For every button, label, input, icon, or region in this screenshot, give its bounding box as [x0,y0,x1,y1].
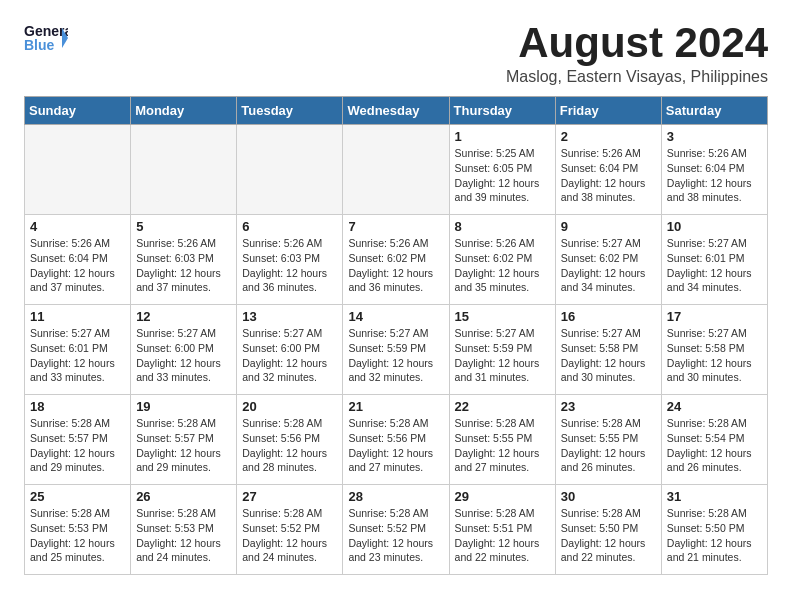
table-row: 27Sunrise: 5:28 AM Sunset: 5:52 PM Dayli… [237,485,343,575]
page: General Blue August 2024 Maslog, Eastern… [0,0,792,595]
day-info: Sunrise: 5:28 AM Sunset: 5:54 PM Dayligh… [667,416,762,475]
calendar-week-5: 25Sunrise: 5:28 AM Sunset: 5:53 PM Dayli… [25,485,768,575]
day-number: 9 [561,219,656,234]
day-number: 13 [242,309,337,324]
day-number: 21 [348,399,443,414]
day-number: 28 [348,489,443,504]
day-info: Sunrise: 5:26 AM Sunset: 6:02 PM Dayligh… [348,236,443,295]
day-number: 8 [455,219,550,234]
day-info: Sunrise: 5:27 AM Sunset: 5:59 PM Dayligh… [348,326,443,385]
table-row: 15Sunrise: 5:27 AM Sunset: 5:59 PM Dayli… [449,305,555,395]
calendar-week-2: 4Sunrise: 5:26 AM Sunset: 6:04 PM Daylig… [25,215,768,305]
day-info: Sunrise: 5:28 AM Sunset: 5:52 PM Dayligh… [348,506,443,565]
day-number: 18 [30,399,125,414]
table-row: 9Sunrise: 5:27 AM Sunset: 6:02 PM Daylig… [555,215,661,305]
table-row: 20Sunrise: 5:28 AM Sunset: 5:56 PM Dayli… [237,395,343,485]
col-saturday: Saturday [661,97,767,125]
calendar-week-1: 1Sunrise: 5:25 AM Sunset: 6:05 PM Daylig… [25,125,768,215]
table-row: 14Sunrise: 5:27 AM Sunset: 5:59 PM Dayli… [343,305,449,395]
day-number: 12 [136,309,231,324]
day-number: 16 [561,309,656,324]
day-number: 26 [136,489,231,504]
day-info: Sunrise: 5:28 AM Sunset: 5:55 PM Dayligh… [561,416,656,475]
day-number: 17 [667,309,762,324]
table-row: 5Sunrise: 5:26 AM Sunset: 6:03 PM Daylig… [131,215,237,305]
calendar-table: Sunday Monday Tuesday Wednesday Thursday… [24,96,768,575]
day-info: Sunrise: 5:28 AM Sunset: 5:57 PM Dayligh… [136,416,231,475]
table-row [131,125,237,215]
day-info: Sunrise: 5:28 AM Sunset: 5:56 PM Dayligh… [242,416,337,475]
table-row: 24Sunrise: 5:28 AM Sunset: 5:54 PM Dayli… [661,395,767,485]
day-number: 5 [136,219,231,234]
col-friday: Friday [555,97,661,125]
day-info: Sunrise: 5:27 AM Sunset: 5:58 PM Dayligh… [561,326,656,385]
table-row: 7Sunrise: 5:26 AM Sunset: 6:02 PM Daylig… [343,215,449,305]
day-number: 24 [667,399,762,414]
day-number: 19 [136,399,231,414]
calendar-week-4: 18Sunrise: 5:28 AM Sunset: 5:57 PM Dayli… [25,395,768,485]
table-row: 8Sunrise: 5:26 AM Sunset: 6:02 PM Daylig… [449,215,555,305]
day-number: 23 [561,399,656,414]
table-row: 1Sunrise: 5:25 AM Sunset: 6:05 PM Daylig… [449,125,555,215]
table-row: 4Sunrise: 5:26 AM Sunset: 6:04 PM Daylig… [25,215,131,305]
logo: General Blue [24,20,68,56]
logo-icon: General Blue [24,20,68,56]
calendar-week-3: 11Sunrise: 5:27 AM Sunset: 6:01 PM Dayli… [25,305,768,395]
day-info: Sunrise: 5:27 AM Sunset: 5:58 PM Dayligh… [667,326,762,385]
day-info: Sunrise: 5:27 AM Sunset: 6:01 PM Dayligh… [30,326,125,385]
day-number: 2 [561,129,656,144]
calendar-header: Sunday Monday Tuesday Wednesday Thursday… [25,97,768,125]
day-info: Sunrise: 5:27 AM Sunset: 6:01 PM Dayligh… [667,236,762,295]
day-info: Sunrise: 5:26 AM Sunset: 6:04 PM Dayligh… [667,146,762,205]
table-row: 23Sunrise: 5:28 AM Sunset: 5:55 PM Dayli… [555,395,661,485]
day-info: Sunrise: 5:27 AM Sunset: 6:00 PM Dayligh… [242,326,337,385]
col-tuesday: Tuesday [237,97,343,125]
day-number: 25 [30,489,125,504]
day-info: Sunrise: 5:28 AM Sunset: 5:53 PM Dayligh… [136,506,231,565]
day-info: Sunrise: 5:27 AM Sunset: 6:00 PM Dayligh… [136,326,231,385]
location-subtitle: Maslog, Eastern Visayas, Philippines [506,68,768,86]
table-row [343,125,449,215]
day-number: 31 [667,489,762,504]
day-number: 27 [242,489,337,504]
table-row: 30Sunrise: 5:28 AM Sunset: 5:50 PM Dayli… [555,485,661,575]
table-row [25,125,131,215]
col-monday: Monday [131,97,237,125]
day-number: 6 [242,219,337,234]
day-number: 10 [667,219,762,234]
col-sunday: Sunday [25,97,131,125]
day-info: Sunrise: 5:26 AM Sunset: 6:04 PM Dayligh… [561,146,656,205]
day-number: 22 [455,399,550,414]
day-number: 14 [348,309,443,324]
day-info: Sunrise: 5:26 AM Sunset: 6:03 PM Dayligh… [242,236,337,295]
day-number: 30 [561,489,656,504]
table-row: 11Sunrise: 5:27 AM Sunset: 6:01 PM Dayli… [25,305,131,395]
day-info: Sunrise: 5:28 AM Sunset: 5:56 PM Dayligh… [348,416,443,475]
day-number: 15 [455,309,550,324]
table-row: 17Sunrise: 5:27 AM Sunset: 5:58 PM Dayli… [661,305,767,395]
table-row: 3Sunrise: 5:26 AM Sunset: 6:04 PM Daylig… [661,125,767,215]
table-row: 16Sunrise: 5:27 AM Sunset: 5:58 PM Dayli… [555,305,661,395]
table-row: 28Sunrise: 5:28 AM Sunset: 5:52 PM Dayli… [343,485,449,575]
day-number: 4 [30,219,125,234]
col-thursday: Thursday [449,97,555,125]
day-number: 20 [242,399,337,414]
table-row: 31Sunrise: 5:28 AM Sunset: 5:50 PM Dayli… [661,485,767,575]
header: General Blue August 2024 Maslog, Eastern… [24,20,768,86]
day-info: Sunrise: 5:28 AM Sunset: 5:55 PM Dayligh… [455,416,550,475]
table-row: 13Sunrise: 5:27 AM Sunset: 6:00 PM Dayli… [237,305,343,395]
calendar-body: 1Sunrise: 5:25 AM Sunset: 6:05 PM Daylig… [25,125,768,575]
day-info: Sunrise: 5:28 AM Sunset: 5:50 PM Dayligh… [667,506,762,565]
day-number: 7 [348,219,443,234]
month-title: August 2024 [506,20,768,66]
day-info: Sunrise: 5:25 AM Sunset: 6:05 PM Dayligh… [455,146,550,205]
table-row: 29Sunrise: 5:28 AM Sunset: 5:51 PM Dayli… [449,485,555,575]
table-row: 12Sunrise: 5:27 AM Sunset: 6:00 PM Dayli… [131,305,237,395]
day-info: Sunrise: 5:28 AM Sunset: 5:57 PM Dayligh… [30,416,125,475]
svg-text:Blue: Blue [24,37,55,53]
header-row: Sunday Monday Tuesday Wednesday Thursday… [25,97,768,125]
day-info: Sunrise: 5:28 AM Sunset: 5:52 PM Dayligh… [242,506,337,565]
table-row: 18Sunrise: 5:28 AM Sunset: 5:57 PM Dayli… [25,395,131,485]
table-row: 10Sunrise: 5:27 AM Sunset: 6:01 PM Dayli… [661,215,767,305]
day-info: Sunrise: 5:28 AM Sunset: 5:51 PM Dayligh… [455,506,550,565]
